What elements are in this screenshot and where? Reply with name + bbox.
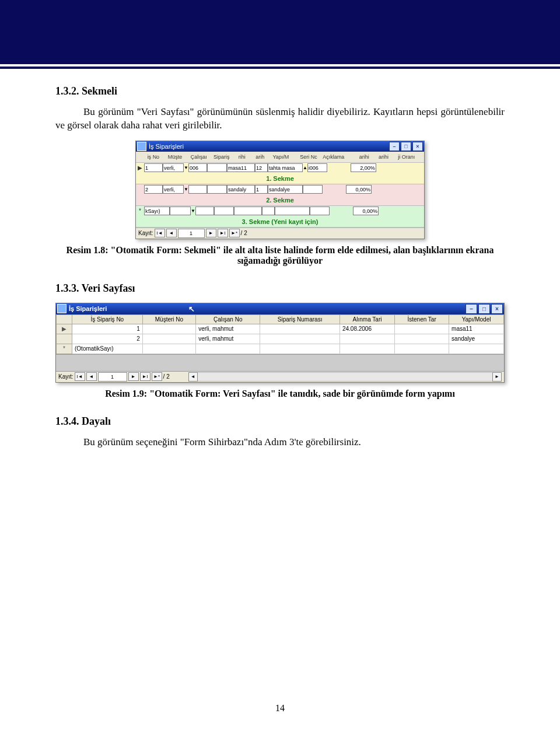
close-button[interactable]: × bbox=[412, 142, 423, 151]
musteri-input[interactable] bbox=[163, 163, 184, 172]
scroll-left-button[interactable]: ◄ bbox=[188, 372, 198, 382]
cursor-icon: ↖ bbox=[188, 305, 195, 313]
isno-input[interactable] bbox=[144, 163, 163, 172]
nav-next-button[interactable]: ► bbox=[128, 372, 139, 381]
app-icon bbox=[57, 304, 66, 313]
nav-position-input[interactable] bbox=[98, 372, 127, 382]
seri-input[interactable] bbox=[255, 163, 268, 172]
row-marker-new: * bbox=[136, 208, 144, 214]
oran-input[interactable] bbox=[346, 185, 372, 194]
window-titlebar[interactable]: İş Siparişleri – □ × bbox=[136, 141, 424, 152]
record-navigator: Kayıt: I◄ ◄ ► ►I ►* / 2 bbox=[136, 228, 424, 239]
siparis-input[interactable] bbox=[207, 163, 227, 172]
column-headers: iş No Müşte Çalışaı Sipariş rihi arih Ya… bbox=[136, 152, 424, 163]
calisan-input[interactable] bbox=[188, 163, 207, 172]
siparis-input[interactable] bbox=[207, 185, 227, 194]
nav-next-button[interactable]: ► bbox=[206, 229, 216, 237]
nav-last-button[interactable]: ►I bbox=[140, 372, 150, 381]
close-button[interactable]: × bbox=[491, 304, 503, 314]
calisan-input[interactable] bbox=[195, 207, 214, 215]
tab-label-2: 2. Sekme bbox=[136, 195, 424, 205]
scroll-right-button[interactable]: ► bbox=[492, 372, 502, 382]
minimize-button[interactable]: – bbox=[389, 142, 400, 151]
app-icon bbox=[137, 142, 146, 151]
siparis-input[interactable] bbox=[214, 207, 234, 215]
isno-input[interactable] bbox=[144, 207, 170, 215]
nav-prev-button[interactable]: ◄ bbox=[166, 229, 177, 237]
section-heading-2: 1.3.3. Veri Sayfası bbox=[55, 282, 505, 295]
minimize-button[interactable]: – bbox=[466, 304, 477, 314]
section-paragraph-3: Bu görünüm seçeneğini "Form Sihirbazı"nd… bbox=[55, 436, 505, 449]
maximize-button[interactable]: □ bbox=[478, 304, 490, 314]
yapi-input[interactable] bbox=[227, 163, 255, 172]
window-title: İş Siparişleri bbox=[149, 143, 184, 150]
tab-label-3: 3. Sekme (Yeni kayıt için) bbox=[136, 216, 424, 227]
header-band bbox=[0, 0, 560, 64]
figure-2-caption: Resim 1.9: "Otomatik Form: Veri Sayfası"… bbox=[55, 389, 505, 399]
section-paragraph-1: Bu görünüm "Veri Sayfası" görünümünün sü… bbox=[55, 106, 505, 132]
oran-input[interactable] bbox=[353, 207, 379, 215]
nav-last-button[interactable]: ►I bbox=[218, 229, 228, 237]
tarih-input[interactable] bbox=[303, 185, 323, 194]
oran-input[interactable] bbox=[351, 163, 376, 172]
musteri-input[interactable] bbox=[170, 207, 191, 215]
horizontal-scrollbar[interactable]: ◄ ► bbox=[188, 373, 502, 381]
nav-new-button[interactable]: ►* bbox=[152, 372, 162, 381]
row-marker-new: * bbox=[57, 344, 72, 354]
maximize-button[interactable]: □ bbox=[401, 142, 411, 151]
nav-prev-button[interactable]: ◄ bbox=[86, 372, 97, 381]
section-heading-3: 1.3.4. Dayalı bbox=[55, 415, 505, 428]
table-row[interactable]: ▶ 1verli, mahmut24.08.2006masa11 bbox=[57, 324, 504, 334]
nav-position-input[interactable] bbox=[178, 229, 205, 238]
row-marker: ▶ bbox=[136, 165, 144, 171]
scroll-track[interactable] bbox=[198, 372, 492, 382]
row-marker bbox=[57, 334, 72, 344]
tab-row-2[interactable]: ▼ 2. Sekme bbox=[136, 184, 424, 206]
aciklama-input[interactable] bbox=[275, 207, 310, 215]
nav-label: Kayıt: bbox=[138, 230, 153, 236]
tab-row-1[interactable]: ▶ ▼ ▲ 1. Sekme bbox=[136, 163, 424, 184]
yapi-input[interactable] bbox=[234, 207, 262, 215]
row-marker: ▶ bbox=[57, 324, 72, 334]
seri-input[interactable] bbox=[262, 207, 275, 215]
table-header-row: İş Sipariş No Müşteri No Çalışan No Sipa… bbox=[57, 314, 504, 324]
calisan-input[interactable] bbox=[188, 185, 207, 194]
window-title: İş Siparişleri bbox=[69, 305, 107, 312]
nav-total: / 2 bbox=[241, 230, 247, 236]
aciklama-input[interactable] bbox=[268, 163, 303, 172]
figure-1-caption: Resim 1.8: "Otomatik Form: Sekmeli" ile … bbox=[55, 245, 505, 266]
table-row[interactable]: * (OtomatikSayı) bbox=[57, 344, 504, 354]
window-titlebar[interactable]: İş Siparişleri ↖ – □ × bbox=[56, 303, 504, 314]
record-navigator: Kayıt: I◄ ◄ ► ►I ►* / 2 ◄ ► bbox=[56, 371, 504, 382]
musteri-input[interactable] bbox=[163, 185, 184, 194]
table-empty-area bbox=[56, 354, 504, 371]
datasheet-table[interactable]: İş Sipariş No Müşteri No Çalışan No Sipa… bbox=[56, 314, 504, 354]
nav-first-button[interactable]: I◄ bbox=[75, 372, 85, 381]
divider-accent bbox=[0, 67, 560, 69]
figure-2-window: İş Siparişleri ↖ – □ × İş Sipariş No Müş… bbox=[55, 303, 505, 383]
tarih-input[interactable] bbox=[307, 163, 327, 172]
table-row[interactable]: 2verli, mahmutsandalye bbox=[57, 334, 504, 344]
tab-label-1: 1. Sekme bbox=[136, 173, 424, 184]
nav-label: Kayıt: bbox=[58, 373, 74, 380]
nav-new-button[interactable]: ►* bbox=[229, 229, 240, 237]
aciklama-input[interactable] bbox=[268, 185, 303, 194]
yapi-input[interactable] bbox=[227, 185, 255, 194]
isno-input[interactable] bbox=[144, 185, 163, 194]
tab-row-3[interactable]: * ▼ 3. Sekme (Yeni kayıt i bbox=[136, 206, 424, 228]
nav-first-button[interactable]: I◄ bbox=[155, 229, 165, 237]
nav-total: / 2 bbox=[163, 373, 170, 380]
seri-input[interactable] bbox=[255, 185, 268, 194]
tarih-input[interactable] bbox=[310, 207, 330, 215]
section-heading-1: 1.3.2. Sekmeli bbox=[55, 85, 505, 97]
page-number: 14 bbox=[0, 703, 560, 713]
figure-1-window: İş Siparişleri – □ × iş No Müşte Çalışaı… bbox=[135, 141, 425, 239]
